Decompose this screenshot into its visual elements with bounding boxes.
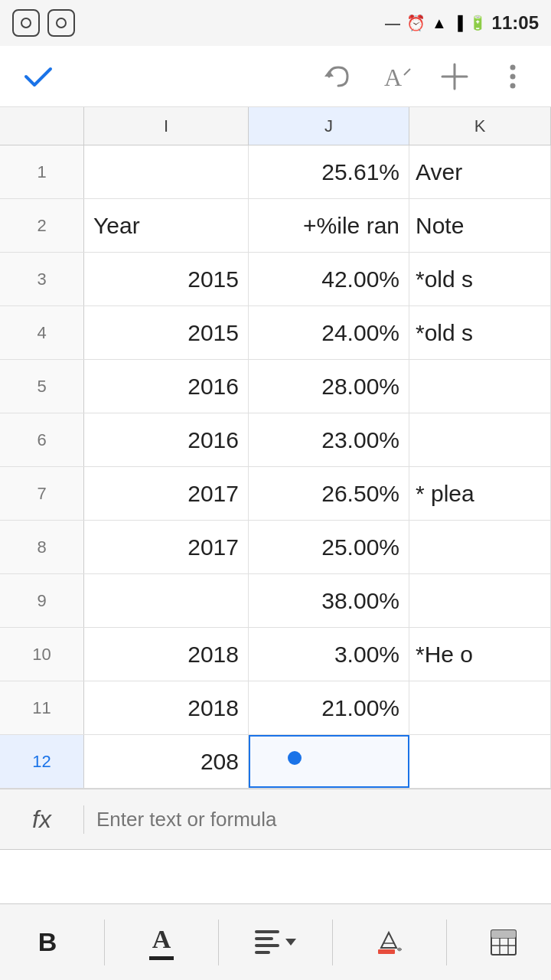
cell-K7[interactable]: * plea — [409, 467, 551, 520]
cell-J1[interactable]: 25.61% — [249, 145, 409, 198]
data-rows: 1 25.61% Aver 2 Year +%ile ran Note 3 20… — [0, 145, 551, 789]
fill-color-button[interactable] — [351, 912, 428, 973]
align-button[interactable] — [237, 912, 314, 973]
align-chevron-icon — [285, 939, 296, 946]
cell-I2[interactable]: Year — [84, 199, 249, 252]
col-header-K[interactable]: K — [409, 107, 551, 145]
undo-button[interactable] — [318, 57, 358, 96]
battery-icon: 🔋 — [469, 15, 486, 31]
row-num-9: 9 — [0, 574, 84, 627]
cell-K8[interactable] — [409, 521, 551, 573]
cell-J8[interactable]: 25.00% — [249, 521, 409, 573]
formula-bar: fx — [0, 789, 551, 850]
row-num-10: 10 — [0, 628, 84, 681]
cell-K4[interactable]: *old s — [409, 306, 551, 359]
cell-K5[interactable] — [409, 360, 551, 413]
cell-J11[interactable]: 21.00% — [249, 681, 409, 734]
add-button[interactable] — [435, 57, 474, 96]
table-row: 7 2017 26.50% * plea — [0, 467, 551, 521]
row-num-corner — [0, 107, 84, 145]
spreadsheet: I J K 1 25.61% Aver 2 Year +%ile ran Not… — [0, 107, 551, 789]
status-bar: — ⏰ ▲ ▐ 🔋 11:05 — [0, 0, 551, 46]
table-row: 5 2016 28.00% — [0, 360, 551, 413]
cell-I4[interactable]: 2015 — [84, 306, 249, 359]
column-headers: I J K — [0, 107, 551, 145]
selection-handle-top[interactable] — [288, 751, 302, 765]
cell-I7[interactable]: 2017 — [84, 467, 249, 520]
cell-J9[interactable]: 38.00% — [249, 574, 409, 627]
status-icons-left — [12, 9, 75, 37]
row-num-4: 4 — [0, 306, 84, 359]
cell-K10[interactable]: *He o — [409, 628, 551, 681]
more-button[interactable] — [493, 57, 533, 96]
svg-point-5 — [510, 64, 516, 70]
cell-J3[interactable]: 42.00% — [249, 253, 409, 305]
table-row: 12 208 — [0, 735, 551, 789]
table-row: 11 2018 21.00% — [0, 681, 551, 735]
row-num-1: 1 — [0, 145, 84, 198]
row-num-3: 3 — [0, 253, 84, 305]
clock-icon: ⏰ — [406, 14, 425, 32]
cell-K12[interactable] — [409, 735, 551, 788]
divider-2 — [218, 920, 219, 965]
format-bar: B A — [0, 903, 551, 980]
signal-icon: ▐ — [453, 15, 463, 31]
table-row: 9 38.00% — [0, 574, 551, 628]
cell-K11[interactable] — [409, 681, 551, 734]
confirm-button[interactable] — [18, 57, 58, 96]
divider-4 — [446, 920, 447, 965]
svg-point-7 — [510, 83, 516, 88]
svg-line-2 — [404, 69, 410, 75]
cell-K9[interactable] — [409, 574, 551, 627]
cell-I5[interactable]: 2016 — [84, 360, 249, 413]
svg-rect-9 — [378, 949, 395, 954]
app-icon-2 — [47, 9, 75, 37]
formula-input[interactable] — [84, 808, 551, 831]
table-format-button[interactable] — [465, 912, 542, 973]
cell-J4[interactable]: 24.00% — [249, 306, 409, 359]
cell-K3[interactable]: *old s — [409, 253, 551, 305]
cell-J2[interactable]: +%ile ran — [249, 199, 409, 252]
table-icon — [489, 928, 518, 957]
table-row: 10 2018 3.00% *He o — [0, 628, 551, 681]
cell-I11[interactable]: 2018 — [84, 681, 249, 734]
cell-J5[interactable]: 28.00% — [249, 360, 409, 413]
cell-J12-selected[interactable] — [249, 735, 409, 788]
table-row: 6 2016 23.00% — [0, 413, 551, 467]
col-header-J[interactable]: J — [249, 107, 409, 145]
svg-point-6 — [510, 74, 516, 79]
fill-color-icon — [375, 928, 404, 957]
text-format-button[interactable]: A — [377, 57, 416, 96]
app-icon-1 — [12, 9, 40, 37]
time-display: 11:05 — [492, 12, 539, 34]
row-num-5: 5 — [0, 360, 84, 413]
table-row: 4 2015 24.00% *old s — [0, 306, 551, 360]
bold-button[interactable]: B — [9, 912, 86, 973]
toolbar: A — [0, 46, 551, 107]
col-header-I[interactable]: I — [84, 107, 249, 145]
row-num-12: 12 — [0, 735, 84, 788]
cell-I10[interactable]: 2018 — [84, 628, 249, 681]
cell-K6[interactable] — [409, 413, 551, 466]
row-num-2: 2 — [0, 199, 84, 252]
cell-J6[interactable]: 23.00% — [249, 413, 409, 466]
font-color-button[interactable]: A — [123, 912, 200, 973]
cell-I12[interactable]: 208 — [84, 735, 249, 788]
cell-J7[interactable]: 26.50% — [249, 467, 409, 520]
formula-fx-label: fx — [0, 805, 84, 834]
status-right: — ⏰ ▲ ▐ 🔋 11:05 — [385, 12, 539, 34]
cell-I3[interactable]: 2015 — [84, 253, 249, 305]
row-num-11: 11 — [0, 681, 84, 734]
cell-I8[interactable]: 2017 — [84, 521, 249, 573]
align-icon — [255, 930, 279, 954]
cell-K2[interactable]: Note — [409, 199, 551, 252]
cell-K1[interactable]: Aver — [409, 145, 551, 198]
svg-marker-0 — [324, 70, 334, 77]
cell-I6[interactable]: 2016 — [84, 413, 249, 466]
wifi-icon: ▲ — [432, 15, 447, 32]
row-num-7: 7 — [0, 467, 84, 520]
cell-I9[interactable] — [84, 574, 249, 627]
cell-I1[interactable] — [84, 145, 249, 198]
svg-rect-15 — [491, 930, 516, 938]
cell-J10[interactable]: 3.00% — [249, 628, 409, 681]
